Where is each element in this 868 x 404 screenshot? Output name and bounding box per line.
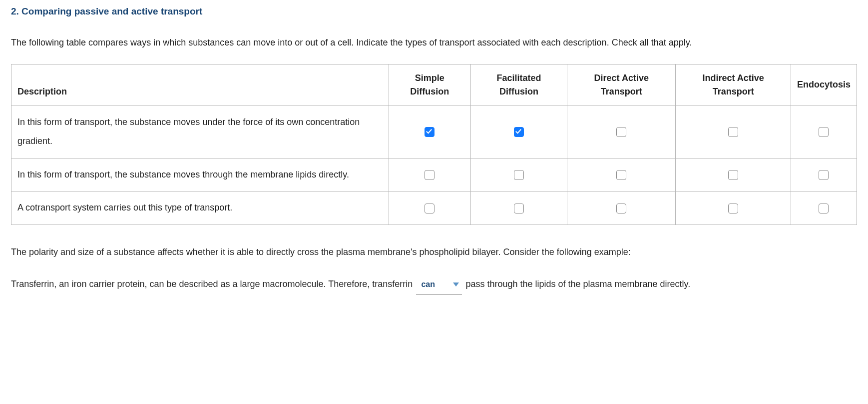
fill-sentence: Transferrin, an iron carrier protein, ca… (11, 274, 857, 296)
checkbox[interactable] (616, 170, 626, 180)
question-title: 2. Comparing passive and active transpor… (11, 5, 857, 18)
th-simple-diffusion: Simple Diffusion (389, 64, 470, 106)
th-indirect-active-transport: Indirect Active Transport (676, 64, 791, 106)
checkbox[interactable] (728, 170, 738, 180)
checkbox-cell (389, 192, 470, 225)
checkbox[interactable] (819, 170, 829, 180)
checkbox[interactable] (425, 170, 434, 180)
checkbox-cell (567, 192, 676, 225)
checkbox-cell (470, 158, 567, 192)
checkbox-cell (470, 106, 567, 158)
sentence-post: pass through the lipids of the plasma me… (465, 279, 690, 289)
checkbox-cell (791, 158, 857, 192)
checkbox[interactable] (425, 127, 434, 137)
th-direct-active-transport: Direct Active Transport (567, 64, 676, 106)
checkbox[interactable] (728, 127, 738, 137)
row-description: In this form of transport, the substance… (11, 106, 389, 158)
question-intro: The following table compares ways in whi… (11, 32, 857, 53)
checkbox[interactable] (616, 204, 626, 214)
checkbox[interactable] (514, 170, 524, 180)
th-description: Description (11, 64, 389, 106)
checkbox-cell (567, 106, 676, 158)
checkbox-cell (389, 106, 470, 158)
th-endocytosis: Endocytosis (791, 64, 857, 106)
row-description: A cotransport system carries out this ty… (11, 192, 389, 225)
checkbox[interactable] (819, 127, 829, 137)
transferrin-dropdown[interactable]: can (416, 276, 462, 296)
checkbox-cell (470, 192, 567, 225)
checkbox[interactable] (819, 204, 829, 214)
checkbox-cell (676, 192, 791, 225)
checkbox[interactable] (514, 127, 524, 137)
checkbox-cell (389, 158, 470, 192)
table-row: A cotransport system carries out this ty… (11, 192, 857, 225)
table-row: In this form of transport, the substance… (11, 158, 857, 192)
th-facilitated-diffusion: Facilitated Diffusion (470, 64, 567, 106)
checkbox-cell (791, 192, 857, 225)
table-row: In this form of transport, the substance… (11, 106, 857, 158)
checkbox-cell (567, 158, 676, 192)
dropdown-value: can (421, 276, 435, 294)
checkbox[interactable] (425, 204, 434, 214)
checkbox-cell (676, 158, 791, 192)
row-description: In this form of transport, the substance… (11, 158, 389, 192)
followup-paragraph: The polarity and size of a substance aff… (11, 242, 857, 262)
checkbox[interactable] (514, 204, 524, 214)
chevron-down-icon (453, 282, 459, 286)
checkbox[interactable] (728, 204, 738, 214)
transport-table: Description Simple Diffusion Facilitated… (11, 64, 857, 225)
sentence-pre: Transferrin, an iron carrier protein, ca… (11, 279, 415, 289)
checkbox-cell (791, 106, 857, 158)
checkbox-cell (676, 106, 791, 158)
checkbox[interactable] (616, 127, 626, 137)
